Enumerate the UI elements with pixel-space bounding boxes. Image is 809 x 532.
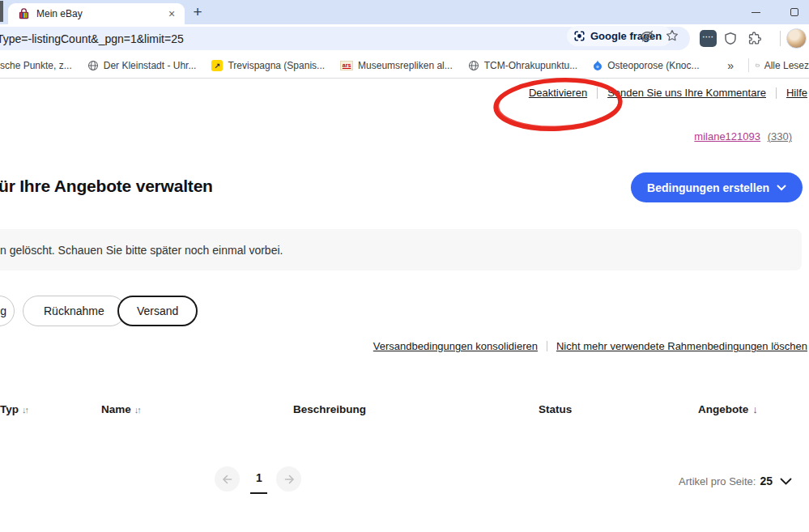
- username-link[interactable]: milane121093: [694, 130, 760, 143]
- arrow-left-icon: [221, 473, 234, 486]
- column-header-beschreibung: Beschreibung: [293, 403, 366, 415]
- bookmark-label: Der Kleinstadt - Uhr...: [104, 60, 197, 71]
- globe-icon: [87, 60, 99, 71]
- toolbar-separator: [780, 31, 781, 46]
- bookmark-item[interactable]: TCM-Ohrakupunktu...: [468, 60, 577, 71]
- new-tab-button[interactable]: +: [188, 2, 207, 22]
- filter-pill-partial[interactable]: g: [0, 296, 15, 326]
- bookmark-star-button[interactable]: [665, 28, 679, 43]
- table-action-links: Versandbedingungen konsolidieren Nicht m…: [373, 340, 807, 352]
- screen-edge-artifact: [0, 1, 3, 22]
- all-bookmarks-label: Alle Lesez: [764, 60, 809, 71]
- sort-both-icon: ↓↑: [134, 405, 140, 415]
- column-header-name[interactable]: Name↓↑: [101, 403, 140, 415]
- eye-off-icon: [640, 28, 655, 44]
- deactivate-link[interactable]: Deaktivieren: [529, 87, 587, 99]
- sort-both-icon: ↓↑: [22, 405, 28, 415]
- globe-icon: [468, 60, 479, 71]
- bookmark-label: Trevispagna (Spanis...: [228, 60, 325, 71]
- browser-tabstrip: Mein eBay × +: [0, 0, 809, 24]
- star-icon: [665, 28, 679, 43]
- url-text: Type=-listingCount&_pgn=1&limit=25: [0, 32, 184, 45]
- maximize-icon: [790, 8, 798, 16]
- osteoporose-favicon: [593, 60, 602, 71]
- notice-banner: n gelöscht. Schauen Sie bitte später noc…: [0, 229, 802, 270]
- ars-favicon: ars: [340, 61, 353, 70]
- chevron-down-icon: [777, 185, 786, 191]
- tab-title: Mein eBay: [36, 8, 165, 19]
- arrow-right-icon: [283, 473, 296, 486]
- browser-tab-mein-ebay[interactable]: Mein eBay ×: [8, 3, 185, 24]
- bookmark-label: Museumsrepliken al...: [358, 60, 453, 71]
- items-per-page-label: Artikel pro Seite:: [679, 475, 756, 487]
- link-divider: [597, 87, 598, 99]
- ask-google-button[interactable]: Google fragen: [567, 26, 671, 46]
- red-circle-annotation: [491, 74, 625, 134]
- bookmarks-overflow-chevron[interactable]: »: [719, 59, 742, 72]
- column-header-angebote[interactable]: Angebote↓: [698, 403, 758, 415]
- page-title: ür Ihre Angebote verwalten: [0, 177, 213, 196]
- chevron-down-icon: [780, 478, 792, 485]
- bookmark-item[interactable]: Osteoporose (Knoc...: [593, 60, 699, 71]
- bookmark-label: Osteoporose (Knoc...: [607, 60, 699, 71]
- bookmark-item[interactable]: ars Museumsrepliken al...: [340, 60, 453, 71]
- ebay-favicon: [18, 8, 30, 20]
- notice-text: n gelöscht. Schauen Sie bitte später noc…: [0, 244, 283, 257]
- link-divider: [776, 87, 777, 99]
- create-policies-label: Bedingungen erstellen: [647, 181, 769, 194]
- adblock-extension-button[interactable]: [723, 31, 738, 46]
- help-link[interactable]: Hilfe: [786, 87, 807, 99]
- all-bookmarks-button[interactable]: Alle Lesez: [756, 60, 809, 71]
- password-hide-button[interactable]: [640, 28, 655, 44]
- sort-down-icon: ↓: [752, 403, 758, 415]
- ebay-page-content: Deaktivieren Senden Sie uns Ihre Komment…: [0, 79, 809, 532]
- puzzle-icon: [747, 31, 762, 46]
- create-policies-button[interactable]: Bedingungen erstellen: [631, 172, 803, 202]
- window-controls: [747, 0, 803, 24]
- filter-pill-ruecknahme[interactable]: Rücknahme: [23, 296, 126, 326]
- pagination-next-button[interactable]: [276, 466, 301, 492]
- column-header-status: Status: [539, 403, 572, 415]
- filter-pill-versand[interactable]: Versand: [117, 296, 198, 326]
- bookmark-label: TCM-Ohrakupunktu...: [484, 60, 577, 71]
- items-per-page-control[interactable]: Artikel pro Seite: 25: [679, 475, 792, 487]
- pagination-page-1[interactable]: 1: [248, 471, 270, 484]
- password-manager-extension-icon[interactable]: ····: [700, 30, 717, 47]
- browser-toolbar: Type=-listingCount&_pgn=1&limit=25 Googl…: [0, 24, 809, 53]
- profile-avatar[interactable]: [786, 28, 807, 49]
- feedback-score-link[interactable]: (330): [768, 130, 792, 143]
- bookmarks-bar: sche Punkte, z... Der Kleinstadt - Uhr..…: [0, 53, 809, 79]
- folder-icon: [756, 60, 760, 70]
- delete-unused-policies-link[interactable]: Nicht mehr verwendete Rahmenbedingungen …: [556, 340, 807, 352]
- extensions-button[interactable]: [747, 31, 762, 46]
- items-per-page-value: 25: [760, 475, 773, 487]
- send-comments-link[interactable]: Senden Sie uns Ihre Kommentare: [607, 87, 766, 99]
- bookmark-item[interactable]: Der Kleinstadt - Uhr...: [87, 60, 197, 71]
- table-header-row: Typ↓↑ Name↓↑ Beschreibung Status Angebot…: [0, 403, 809, 418]
- page-header-links: Deaktivieren Senden Sie uns Ihre Komment…: [529, 87, 807, 99]
- bookmark-item[interactable]: sche Punkte, z...: [0, 60, 72, 71]
- tab-close-icon[interactable]: ×: [165, 7, 178, 20]
- link-divider: [547, 341, 547, 351]
- bookmarks-separator: [748, 58, 749, 72]
- google-lens-icon: [573, 30, 585, 42]
- consolidate-shipping-link[interactable]: Versandbedingungen konsolidieren: [373, 340, 538, 352]
- pagination-prev-button[interactable]: [215, 466, 240, 492]
- pagination-current-underline: [250, 492, 267, 494]
- bookmark-item[interactable]: ↗ Trevispagna (Spanis...: [211, 60, 325, 71]
- maximize-button[interactable]: [786, 4, 803, 20]
- bookmark-label: sche Punkte, z...: [0, 60, 72, 71]
- trevispagna-favicon: ↗: [211, 60, 223, 71]
- shield-icon: [723, 31, 738, 46]
- column-header-typ[interactable]: Typ↓↑: [0, 403, 28, 415]
- minimize-button[interactable]: [747, 4, 764, 20]
- user-info: milane121093 (330): [694, 130, 792, 143]
- minimize-icon: [752, 12, 760, 13]
